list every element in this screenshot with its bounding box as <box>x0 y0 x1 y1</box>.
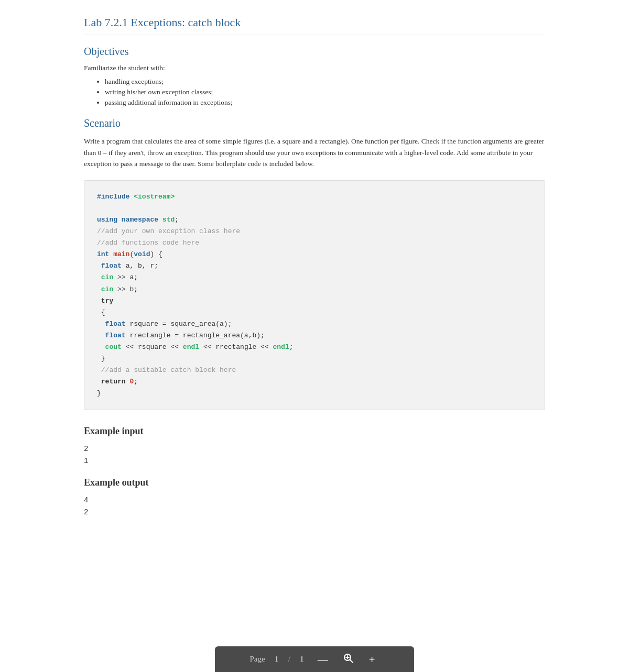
list-item: passing additional information in except… <box>105 98 545 107</box>
objectives-list: handling exceptions; writing his/her own… <box>105 78 545 107</box>
example-input-value: 21 <box>84 443 545 467</box>
page-separator: / <box>288 655 290 664</box>
zoom-in-reset-button[interactable] <box>339 652 359 667</box>
intro-text: Familiarize the student with: <box>84 64 545 72</box>
page-total: 1 <box>297 655 307 664</box>
page-content: Lab 7.2.1 Exceptions: catch block Object… <box>63 0 566 591</box>
zoom-in-button[interactable]: + <box>365 653 379 666</box>
page-title: Lab 7.2.1 Exceptions: catch block <box>84 16 545 35</box>
scenario-text: Write a program that calculates the area… <box>84 136 545 170</box>
zoom-search-icon <box>343 653 354 666</box>
list-item: writing his/her own exception classes; <box>105 88 545 96</box>
page-label: Page <box>250 655 265 664</box>
example-output-value: 42 <box>84 494 545 518</box>
plus-icon: + <box>369 654 375 665</box>
example-output-heading: Example output <box>84 477 545 488</box>
zoom-out-button[interactable]: — <box>313 653 332 666</box>
bottom-toolbar: Page 1 / 1 — + <box>215 646 414 672</box>
svg-line-1 <box>350 660 353 663</box>
example-input-heading: Example input <box>84 426 545 437</box>
objectives-heading: Objectives <box>84 46 545 58</box>
list-item: handling exceptions; <box>105 78 545 86</box>
page-current: 1 <box>272 655 282 664</box>
zoom-out-icon: — <box>318 654 328 665</box>
scenario-heading: Scenario <box>84 117 545 129</box>
code-block: #include <iostream> using namespace std;… <box>84 180 545 411</box>
